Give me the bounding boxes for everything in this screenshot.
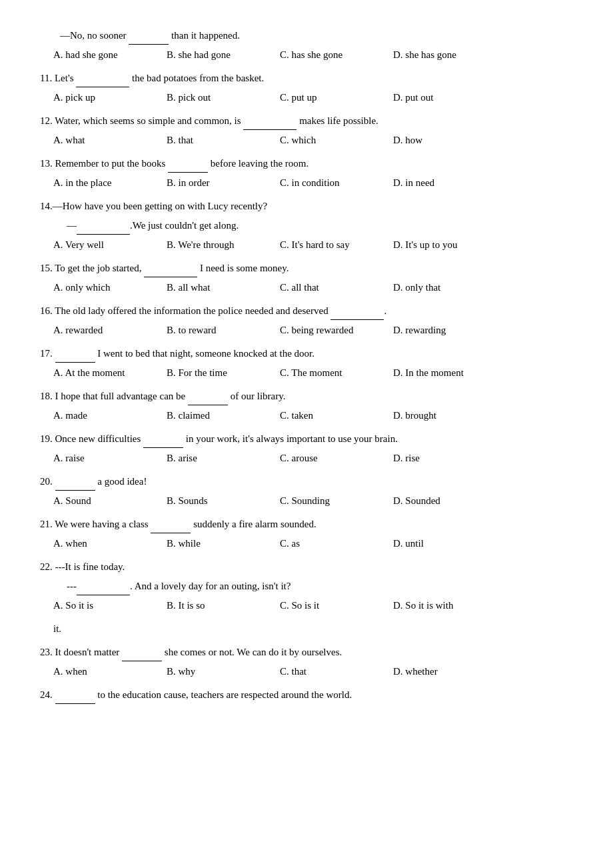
question-intro-text: —No, no sooner than it happened. xyxy=(60,27,573,45)
question-14-subtext: —.We just couldn't get along. xyxy=(67,217,573,235)
option-15-d: D. only that xyxy=(393,279,500,297)
option-21-b: B. while xyxy=(167,535,273,553)
blank-23 xyxy=(122,651,162,661)
question-18: 18. I hope that full advantage can be of… xyxy=(40,387,573,425)
question-11: 11. Let's the bad potatoes from the bask… xyxy=(40,69,573,107)
option-22-b: B. It is so xyxy=(167,597,273,615)
option-13-c: C. in condition xyxy=(280,174,386,192)
blank-13 xyxy=(168,163,208,173)
option-23-d: D. whether xyxy=(393,663,500,681)
option-21-c: C. as xyxy=(280,535,386,553)
question-22-text: 22. ---It is fine today. xyxy=(40,558,573,576)
option-23-a: A. when xyxy=(53,663,160,681)
option-11-c: C. put up xyxy=(280,89,386,107)
options-17: A. At the moment B. For the time C. The … xyxy=(53,364,573,382)
option-17-d: D. In the moment xyxy=(393,364,500,382)
option-15-a: A. only which xyxy=(53,279,160,297)
blank-19 xyxy=(143,438,183,448)
options-14: A. Very well B. We're through C. It's ha… xyxy=(53,236,573,254)
option-14-d: D. It's up to you xyxy=(393,236,500,254)
option-16-d: D. rewarding xyxy=(393,321,500,339)
question-20-text: 20. a good idea! xyxy=(40,473,573,491)
question-22-subtext: ---. And a lovely day for an outing, isn… xyxy=(67,577,573,595)
options-11: A. pick up B. pick out C. put up D. put … xyxy=(53,89,573,107)
question-17-text: 17. I went to bed that night, someone kn… xyxy=(40,345,573,363)
option-12-a: A. what xyxy=(53,131,160,149)
options-21: A. when B. while C. as D. until xyxy=(53,535,573,553)
option-13-a: A. in the place xyxy=(53,174,160,192)
option-22-d-continuation: it. xyxy=(53,620,573,638)
blank-20 xyxy=(55,481,95,491)
option-intro-d: D. she has gone xyxy=(393,46,500,64)
option-13-d: D. in need xyxy=(393,174,500,192)
option-11-d: D. put out xyxy=(393,89,500,107)
option-11-a: A. pick up xyxy=(53,89,160,107)
options-13: A. in the place B. in order C. in condit… xyxy=(53,174,573,192)
blank-16 xyxy=(330,310,384,320)
options-20: A. Sound B. Sounds C. Sounding D. Sounde… xyxy=(53,492,573,510)
option-12-c: C. which xyxy=(280,131,386,149)
options-intro: A. had she gone B. she had gone C. has s… xyxy=(53,46,573,64)
option-22-c: C. So is it xyxy=(280,597,386,615)
option-15-b: B. all what xyxy=(167,279,273,297)
option-19-d: D. rise xyxy=(393,449,500,467)
blank-11 xyxy=(76,77,129,87)
options-12: A. what B. that C. which D. how xyxy=(53,131,573,149)
question-21: 21. We were having a class suddenly a fi… xyxy=(40,515,573,553)
question-23-text: 23. It doesn't matter she comes or not. … xyxy=(40,643,573,661)
option-20-a: A. Sound xyxy=(53,492,160,510)
question-19: 19. Once new difficulties in your work, … xyxy=(40,430,573,467)
question-18-text: 18. I hope that full advantage can be of… xyxy=(40,387,573,405)
option-intro-c: C. has she gone xyxy=(280,46,386,64)
question-21-text: 21. We were having a class suddenly a fi… xyxy=(40,515,573,533)
option-21-d: D. until xyxy=(393,535,500,553)
option-18-c: C. taken xyxy=(280,407,386,425)
options-16: A. rewarded B. to reward C. being reward… xyxy=(53,321,573,339)
blank-15 xyxy=(144,267,197,277)
option-21-a: A. when xyxy=(53,535,160,553)
blank-22 xyxy=(77,585,130,595)
question-15: 15. To get the job started, I need is so… xyxy=(40,259,573,297)
option-17-a: A. At the moment xyxy=(53,364,160,382)
option-22-a: A. So it is xyxy=(53,597,160,615)
option-16-a: A. rewarded xyxy=(53,321,160,339)
blank-24 xyxy=(55,694,95,704)
options-19: A. raise B. arise C. arouse D. rise xyxy=(53,449,573,467)
question-22: 22. ---It is fine today. ---. And a love… xyxy=(40,558,573,638)
option-18-d: D. brought xyxy=(393,407,500,425)
option-16-b: B. to reward xyxy=(167,321,273,339)
option-14-b: B. We're through xyxy=(167,236,273,254)
question-23: 23. It doesn't matter she comes or not. … xyxy=(40,643,573,681)
options-15: A. only which B. all what C. all that D.… xyxy=(53,279,573,297)
option-20-d: D. Sounded xyxy=(393,492,500,510)
question-11-text: 11. Let's the bad potatoes from the bask… xyxy=(40,69,573,87)
exam-content: —No, no sooner than it happened. A. had … xyxy=(40,27,573,704)
option-18-a: A. made xyxy=(53,407,160,425)
question-17: 17. I went to bed that night, someone kn… xyxy=(40,345,573,382)
blank-12 xyxy=(243,120,297,130)
blank-intro xyxy=(129,35,169,45)
option-20-b: B. Sounds xyxy=(167,492,273,510)
option-23-c: C. that xyxy=(280,663,386,681)
question-13-text: 13. Remember to put the books before lea… xyxy=(40,155,573,173)
option-16-c: C. being rewarded xyxy=(280,321,386,339)
option-18-b: B. claimed xyxy=(167,407,273,425)
question-14: 14.—How have you been getting on with Lu… xyxy=(40,197,573,254)
blank-17 xyxy=(55,353,95,363)
question-16-text: 16. The old lady offered the information… xyxy=(40,302,573,320)
option-17-b: B. For the time xyxy=(167,364,273,382)
option-intro-b: B. she had gone xyxy=(167,46,273,64)
question-14-text: 14.—How have you been getting on with Lu… xyxy=(40,197,573,215)
question-24: 24. to the education cause, teachers are… xyxy=(40,686,573,704)
question-15-text: 15. To get the job started, I need is so… xyxy=(40,259,573,277)
question-19-text: 19. Once new difficulties in your work, … xyxy=(40,430,573,448)
options-22: A. So it is B. It is so C. So is it D. S… xyxy=(53,597,573,615)
question-12: 12. Water, which seems so simple and com… xyxy=(40,112,573,149)
question-intro: —No, no sooner than it happened. A. had … xyxy=(40,27,573,64)
option-14-c: C. It's hard to say xyxy=(280,236,386,254)
option-22-d: D. So it is with xyxy=(393,597,500,615)
blank-14 xyxy=(77,225,130,235)
option-12-b: B. that xyxy=(167,131,273,149)
options-18: A. made B. claimed C. taken D. brought xyxy=(53,407,573,425)
options-23: A. when B. why C. that D. whether xyxy=(53,663,573,681)
